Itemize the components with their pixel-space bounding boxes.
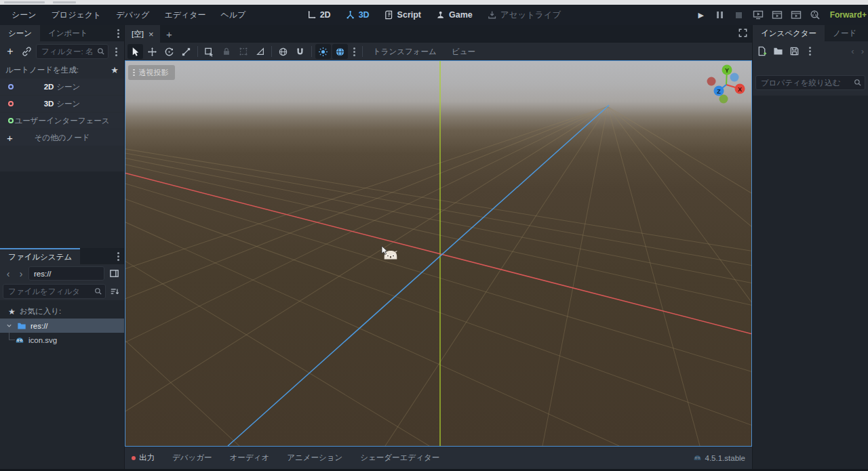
resource-menu-button[interactable] [806,50,814,52]
play-scene-button[interactable] [750,7,766,22]
close-icon[interactable]: × [149,29,154,39]
expand-viewport-button[interactable] [738,28,748,38]
workspace-switcher: 2D 3D Script Game アセットライブ [303,8,566,22]
scene-filter [36,44,108,59]
movie-writer-button[interactable] [807,7,823,22]
scene-dock-tabs: シーン インポート [0,25,124,41]
tab-scene[interactable]: シーン [0,25,40,41]
main-editor-area: [空] × + トランスフォーム ビュー [125,25,752,469]
lock-node-button[interactable] [218,44,234,59]
scene-tab-label: [空] [132,29,144,39]
game-icon [436,10,446,20]
separator [362,46,363,57]
menu-project[interactable]: プロジェクト [44,5,109,25]
create-3d-scene-button[interactable]: 3D シーン [0,96,124,112]
movie-mode-button[interactable] [788,7,804,22]
create-root-label: ルートノードを生成: [5,65,79,75]
new-resource-button[interactable] [757,46,767,56]
workspace-assetlib-button[interactable]: アセットライブ [484,8,566,22]
3d-viewport[interactable]: 透視投影 Y X Z [125,60,752,447]
workspace-3d-label: 3D [359,10,370,20]
save-resource-button[interactable] [789,46,800,56]
scale-mode-button[interactable] [178,44,194,59]
snap-toggle-button[interactable] [292,44,308,59]
move-mode-button[interactable] [144,44,160,59]
panel-debugger-button[interactable]: デバッガー [172,453,212,463]
workspace-2d-button[interactable]: 2D [303,9,335,21]
axis-neg-z-ball[interactable] [730,73,739,82]
axis-neg-y-ball[interactable] [719,95,728,104]
pause-button[interactable] [712,7,728,22]
scene-tab-empty[interactable]: [空] × [125,25,160,43]
preview-environment-button[interactable] [332,44,348,59]
sun-env-menu-button[interactable] [349,44,359,59]
scene-tree-empty-area[interactable] [0,171,124,248]
select-mode-button[interactable] [127,44,143,59]
tab-inspector[interactable]: インスペクター [753,25,825,41]
create-other-node-button[interactable]: + その他のノード [0,129,124,146]
stop-button[interactable] [731,7,747,22]
create-2d-scene-button[interactable]: 2D シーン [0,79,124,95]
favorites-header[interactable]: ★ お気に入り: [0,304,124,319]
workspace-script-button[interactable]: Script [380,9,425,21]
view-menu[interactable]: ビュー [445,47,482,57]
new-scene-tab-button[interactable]: + [160,25,178,43]
menubar: シーン プロジェクト デバッグ エディター ヘルプ 2D 3D Script G… [0,5,868,25]
instance-scene-button[interactable] [20,47,33,56]
preview-sun-button[interactable] [315,44,331,59]
menu-help[interactable]: ヘルプ [214,5,254,25]
create-ui-scene-button[interactable]: ユーザーインターフェース [0,112,124,129]
scene-dock: シーン インポート + ルートノードを生成: ★ 2D シーン [0,25,124,248]
panel-audio-button[interactable]: オーディオ [230,453,270,463]
panel-output-button[interactable]: 出力 [132,453,155,463]
renderer-label[interactable]: Forward+ [830,10,867,20]
tab-history[interactable]: 履歴 [865,25,868,41]
dots-icon [133,72,135,74]
menu-scene[interactable]: シーン [4,5,44,25]
sort-files-button[interactable] [108,287,121,296]
film-reel-icon [810,9,821,20]
tree-row-res-root[interactable]: res:// [0,319,124,333]
favorite-star-icon[interactable]: ★ [111,65,119,75]
play-button[interactable]: ▶ [693,7,709,22]
panel-shader-editor-button[interactable]: シェーダーエディター [360,453,439,463]
workspace-3d-button[interactable]: 3D [342,9,374,21]
node3d-icon [8,101,14,106]
tab-import[interactable]: インポート [40,25,96,41]
transform-menu[interactable]: トランスフォーム [366,47,443,57]
panel-animation-button[interactable]: アニメーション [287,453,342,463]
ruler-icon [256,47,265,56]
history-back-button[interactable]: ‹ [851,46,854,56]
group-node-button[interactable] [235,44,251,59]
tab-filesystem[interactable]: ファイルシステム [0,248,80,264]
godot-editor-window: シーン プロジェクト デバッグ エディター ヘルプ 2D 3D Script G… [0,0,868,471]
current-path[interactable]: res:// [28,266,104,281]
axis-neg-x-ball[interactable] [707,77,716,86]
scene-dock-menu-button[interactable] [117,25,124,41]
split-view-button[interactable] [106,266,121,281]
tree-row-icon-svg[interactable]: icon.svg [0,333,124,347]
projection-menu-button[interactable]: 透視投影 [128,65,175,80]
3d-icon [346,10,355,20]
property-filter-input[interactable] [755,75,865,90]
menu-editor[interactable]: エディター [157,5,213,25]
filesystem-menu-button[interactable] [117,248,124,264]
axis-gizmo[interactable]: Y X Z [703,60,750,107]
scene-tree-menu-button[interactable] [111,51,121,53]
history-forward-button[interactable]: › [861,46,864,56]
nav-back-button[interactable]: ‹ [3,267,14,281]
file-filter-input[interactable] [3,284,106,299]
play-custom-scene-button[interactable] [769,7,785,22]
workspace-game-button[interactable]: Game [432,9,477,21]
version-info[interactable]: 4.5.1.stable [693,453,745,462]
rotate-mode-button[interactable] [161,44,177,59]
add-node-button[interactable]: + [3,45,17,58]
ruler-mode-button[interactable] [252,44,268,59]
menu-debug[interactable]: デバッグ [108,5,157,25]
tab-node[interactable]: ノード [825,25,865,41]
local-space-button[interactable] [275,44,291,59]
load-resource-button[interactable] [773,46,783,56]
folder-icon [17,321,26,331]
nav-forward-button[interactable]: › [16,267,26,281]
list-select-button[interactable] [201,44,217,59]
